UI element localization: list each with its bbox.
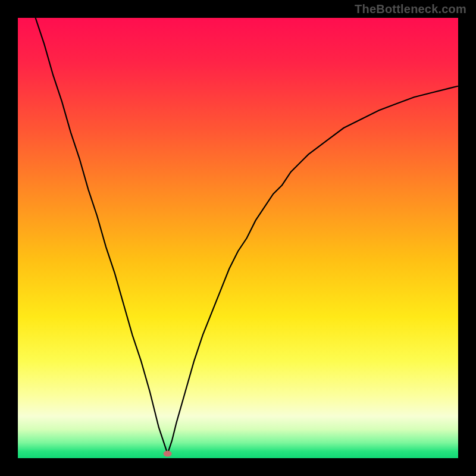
watermark-text: TheBottleneck.com <box>355 2 466 16</box>
plot-area <box>18 18 458 458</box>
gradient-background <box>18 18 458 458</box>
minimum-marker <box>164 451 172 457</box>
chart-svg <box>18 18 458 458</box>
chart-frame: TheBottleneck.com <box>0 0 476 476</box>
